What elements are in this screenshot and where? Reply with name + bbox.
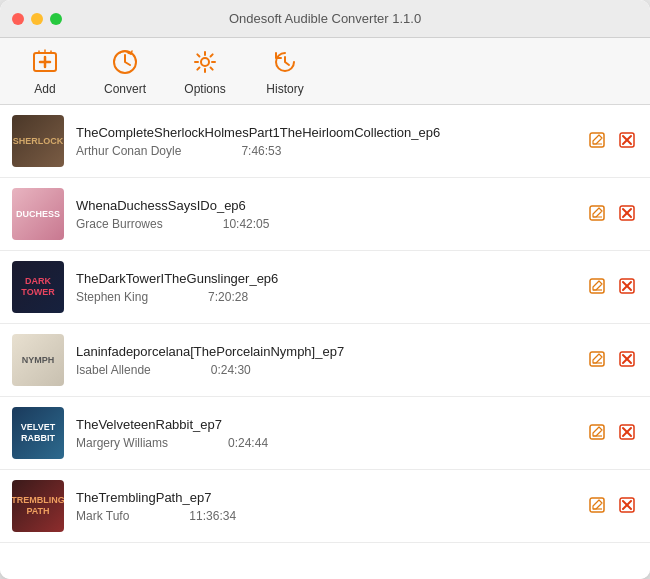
delete-button[interactable]	[616, 129, 638, 154]
book-duration: 7:20:28	[208, 290, 248, 304]
book-info: TheDarkTowerITheGunslinger_ep6 Stephen K…	[76, 271, 574, 304]
book-duration: 7:46:53	[241, 144, 281, 158]
convert-icon	[109, 46, 141, 78]
history-label: History	[266, 82, 303, 96]
book-info: TheTremblingPath_ep7 Mark Tufo 11:36:34	[76, 490, 574, 523]
book-author: Grace Burrowes	[76, 217, 163, 231]
toolbar-history[interactable]: History	[260, 46, 310, 96]
book-info: Laninfadeporcelana[ThePorcelainNymph]_ep…	[76, 344, 574, 377]
book-title: WhenaDuchessSaysIDo_ep6	[76, 198, 574, 213]
book-cover: SHERLOCK	[12, 115, 64, 167]
delete-button[interactable]	[616, 202, 638, 227]
book-title: TheCompleteSherlockHolmesPart1TheHeirloo…	[76, 125, 574, 140]
svg-rect-20	[590, 352, 604, 366]
book-author: Mark Tufo	[76, 509, 129, 523]
add-label: Add	[34, 82, 55, 96]
book-info: WhenaDuchessSaysIDo_ep6 Grace Burrowes 1…	[76, 198, 574, 231]
book-row: NYMPH Laninfadeporcelana[ThePorcelainNym…	[0, 324, 650, 397]
window-title: Ondesoft Audible Converter 1.1.0	[229, 11, 421, 26]
toolbar-options[interactable]: Options	[180, 46, 230, 96]
delete-button[interactable]	[616, 348, 638, 373]
delete-button[interactable]	[616, 494, 638, 519]
book-row: DARK TOWER TheDarkTowerITheGunslinger_ep…	[0, 251, 650, 324]
history-icon	[269, 46, 301, 78]
book-title: TheDarkTowerITheGunslinger_ep6	[76, 271, 574, 286]
book-info: TheCompleteSherlockHolmesPart1TheHeirloo…	[76, 125, 574, 158]
cover-text: SHERLOCK	[12, 132, 64, 151]
book-cover: DARK TOWER	[12, 261, 64, 313]
book-actions	[586, 421, 638, 446]
book-title: TheTremblingPath_ep7	[76, 490, 574, 505]
book-actions	[586, 202, 638, 227]
book-author: Isabel Allende	[76, 363, 151, 377]
delete-button[interactable]	[616, 421, 638, 446]
book-title: TheVelveteenRabbit_ep7	[76, 417, 574, 432]
toolbar-add[interactable]: Add	[20, 46, 70, 96]
convert-label: Convert	[104, 82, 146, 96]
book-actions	[586, 275, 638, 300]
edit-button[interactable]	[586, 129, 608, 154]
book-meta: Arthur Conan Doyle 7:46:53	[76, 144, 574, 158]
maximize-button[interactable]	[50, 13, 62, 25]
svg-rect-10	[590, 206, 604, 220]
book-author: Stephen King	[76, 290, 148, 304]
book-row: SHERLOCK TheCompleteSherlockHolmesPart1T…	[0, 105, 650, 178]
book-duration: 10:42:05	[223, 217, 270, 231]
book-cover: NYMPH	[12, 334, 64, 386]
edit-button[interactable]	[586, 348, 608, 373]
cover-text: DUCHESS	[12, 205, 64, 224]
add-icon	[29, 46, 61, 78]
book-duration: 0:24:44	[228, 436, 268, 450]
svg-rect-30	[590, 498, 604, 512]
svg-rect-5	[590, 133, 604, 147]
book-info: TheVelveteenRabbit_ep7 Margery Williams …	[76, 417, 574, 450]
svg-point-4	[201, 58, 209, 66]
book-row: TREMBLING PATH TheTremblingPath_ep7 Mark…	[0, 470, 650, 543]
minimize-button[interactable]	[31, 13, 43, 25]
book-cover: DUCHESS	[12, 188, 64, 240]
book-meta: Grace Burrowes 10:42:05	[76, 217, 574, 231]
book-actions	[586, 129, 638, 154]
edit-button[interactable]	[586, 421, 608, 446]
book-list: SHERLOCK TheCompleteSherlockHolmesPart1T…	[0, 105, 650, 579]
book-duration: 11:36:34	[189, 509, 236, 523]
book-meta: Mark Tufo 11:36:34	[76, 509, 574, 523]
book-row: DUCHESS WhenaDuchessSaysIDo_ep6 Grace Bu…	[0, 178, 650, 251]
book-meta: Stephen King 7:20:28	[76, 290, 574, 304]
edit-button[interactable]	[586, 494, 608, 519]
svg-rect-25	[590, 425, 604, 439]
book-cover: VELVET RABBIT	[12, 407, 64, 459]
book-row: VELVET RABBIT TheVelveteenRabbit_ep7 Mar…	[0, 397, 650, 470]
book-actions	[586, 348, 638, 373]
book-actions	[586, 494, 638, 519]
cover-text: VELVET RABBIT	[12, 418, 64, 448]
options-icon	[189, 46, 221, 78]
options-label: Options	[184, 82, 225, 96]
edit-button[interactable]	[586, 202, 608, 227]
book-meta: Isabel Allende 0:24:30	[76, 363, 574, 377]
toolbar-convert[interactable]: Convert	[100, 46, 150, 96]
main-window: Ondesoft Audible Converter 1.1.0 Add	[0, 0, 650, 579]
book-meta: Margery Williams 0:24:44	[76, 436, 574, 450]
close-button[interactable]	[12, 13, 24, 25]
cover-text: DARK TOWER	[12, 272, 64, 302]
cover-text: NYMPH	[18, 351, 59, 370]
cover-text: TREMBLING PATH	[12, 491, 64, 521]
edit-button[interactable]	[586, 275, 608, 300]
delete-button[interactable]	[616, 275, 638, 300]
book-author: Margery Williams	[76, 436, 168, 450]
book-author: Arthur Conan Doyle	[76, 144, 181, 158]
book-duration: 0:24:30	[211, 363, 251, 377]
book-cover: TREMBLING PATH	[12, 480, 64, 532]
traffic-lights	[12, 13, 62, 25]
book-title: Laninfadeporcelana[ThePorcelainNymph]_ep…	[76, 344, 574, 359]
toolbar: Add Convert Options	[0, 38, 650, 105]
svg-rect-15	[590, 279, 604, 293]
title-bar: Ondesoft Audible Converter 1.1.0	[0, 0, 650, 38]
